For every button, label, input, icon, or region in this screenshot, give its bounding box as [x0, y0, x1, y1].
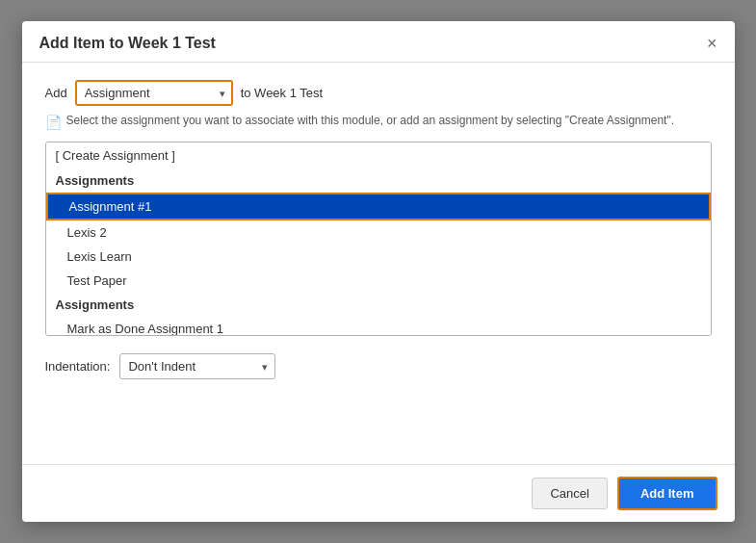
list-item-testpaper[interactable]: Test Paper	[46, 269, 711, 293]
list-item-lexislearn[interactable]: Lexis Learn	[46, 245, 711, 269]
indentation-label: Indentation:	[45, 359, 111, 374]
add-item-button[interactable]: Add Item	[617, 477, 717, 510]
indent-select-wrapper[interactable]: Don't Indent Indent 1 Indent 2 Indent 3	[119, 353, 275, 379]
modal-overlay: Add Item to Week 1 Test × Add Assignment…	[0, 0, 756, 543]
close-button[interactable]: ×	[707, 35, 717, 52]
indent-select[interactable]: Don't Indent Indent 1 Indent 2 Indent 3	[120, 354, 274, 378]
type-select[interactable]: Assignment File Link Quiz Page	[77, 82, 231, 104]
cancel-button[interactable]: Cancel	[532, 478, 607, 509]
group-header-1: Assignments	[46, 168, 711, 193]
type-select-wrapper[interactable]: Assignment File Link Quiz Page	[75, 80, 233, 106]
modal-footer: Cancel Add Item	[22, 464, 735, 522]
create-assignment-item[interactable]: [ Create Assignment ]	[46, 142, 711, 168]
group-header-2: Assignments	[46, 293, 711, 317]
assignment-list-inner: [ Create Assignment ] Assignments Assign…	[46, 142, 711, 335]
list-item-lexis2[interactable]: Lexis 2	[46, 220, 711, 245]
assignment-list-box: [ Create Assignment ] Assignments Assign…	[45, 142, 712, 336]
modal: Add Item to Week 1 Test × Add Assignment…	[22, 21, 735, 522]
modal-header: Add Item to Week 1 Test ×	[22, 21, 735, 63]
indentation-row: Indentation: Don't Indent Indent 1 Inden…	[45, 353, 712, 379]
add-suffix: to Week 1 Test	[241, 86, 324, 100]
modal-body: Add Assignment File Link Quiz Page to We…	[22, 63, 735, 464]
info-icon: 📄	[45, 115, 62, 130]
modal-title: Add Item to Week 1 Test	[39, 35, 216, 52]
list-item-assignment1[interactable]: Assignment #1	[46, 193, 711, 220]
hint-row: 📄 Select the assignment you want to asso…	[45, 114, 712, 130]
list-item-markdone[interactable]: Mark as Done Assignment 1	[46, 317, 711, 335]
hint-text: Select the assignment you want to associ…	[66, 114, 675, 127]
add-prefix: Add	[45, 86, 67, 100]
add-row: Add Assignment File Link Quiz Page to We…	[45, 80, 712, 106]
